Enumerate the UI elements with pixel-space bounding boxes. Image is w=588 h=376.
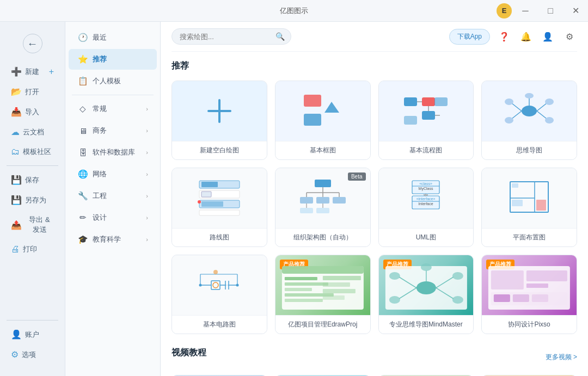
cloud-icon: ☁ xyxy=(11,127,20,137)
template-floor-plan[interactable]: 平面布置图 xyxy=(481,168,577,247)
svg-point-95 xyxy=(452,296,463,304)
nav-software[interactable]: 🗄 软件和数据库 › xyxy=(69,142,157,163)
back-icon[interactable]: ← xyxy=(23,34,42,53)
user-icon-btn[interactable]: 👤 xyxy=(540,29,555,44)
mindmaster-label: 专业思维导图MindMaster xyxy=(379,315,474,334)
new-blank-image xyxy=(172,81,267,141)
search-icon: 🔍 xyxy=(275,32,285,41)
edrawproj-bg-svg xyxy=(275,255,370,315)
nav-education[interactable]: 🎓 教育科学 › xyxy=(69,229,157,250)
general-arrow: › xyxy=(146,106,148,112)
sidebar-divider-2 xyxy=(7,320,58,320)
back-button[interactable]: ← xyxy=(4,29,60,58)
template-edrawproj[interactable]: 产品推荐 亿图项目管理EdrawPr xyxy=(275,255,371,334)
sidebar-item-open[interactable]: 📂 打开 xyxy=(4,82,60,101)
svg-text:MyClass: MyClass xyxy=(419,187,433,191)
sidebar-account-label: 账户 xyxy=(25,330,39,340)
template-mind-map[interactable]: 思维导图 xyxy=(481,81,577,160)
svg-text:«class»: «class» xyxy=(420,182,433,186)
download-app-button[interactable]: 下载App xyxy=(449,29,490,45)
template-uml[interactable]: «class» MyClass «interface» Interface UM… xyxy=(378,168,474,247)
sidebar-item-cloud[interactable]: ☁ 云文档 xyxy=(4,122,60,141)
mind-map-label: 思维导图 xyxy=(482,141,577,159)
sidebar-saveas-label: 另存为 xyxy=(25,195,46,205)
sidebar-item-account[interactable]: 👤 账户 xyxy=(4,325,60,344)
svg-rect-4 xyxy=(304,114,321,126)
svg-rect-12 xyxy=(404,116,417,125)
notification-icon-btn[interactable]: 🔔 xyxy=(518,29,534,44)
nav-design[interactable]: ✏ 设计 › xyxy=(69,207,157,228)
svg-point-17 xyxy=(505,117,513,124)
svg-rect-30 xyxy=(201,201,223,207)
sidebar-item-print[interactable]: 🖨 打印 xyxy=(4,240,60,258)
nav-network-label: 网络 xyxy=(93,169,107,179)
basic-frame-svg xyxy=(301,92,345,130)
content-topbar: 🔍 下载App ❓ 🔔 👤 ⚙ xyxy=(171,22,577,52)
close-button[interactable]: ✕ xyxy=(563,0,588,22)
help-icon-btn[interactable]: ❓ xyxy=(497,29,512,44)
user-avatar[interactable]: E xyxy=(497,3,512,19)
svg-rect-59 xyxy=(512,200,523,206)
svg-point-13 xyxy=(522,106,537,116)
sidebar-item-saveas[interactable]: 💾 另存为 xyxy=(4,190,60,209)
nav-recent-label: 最近 xyxy=(93,33,107,42)
sidebar-item-template[interactable]: 🗂 模板社区 xyxy=(4,143,60,161)
engineering-arrow: › xyxy=(146,193,148,199)
svg-line-16 xyxy=(511,111,522,119)
template-route[interactable]: 路线图 xyxy=(171,168,267,247)
basic-flow-image xyxy=(379,81,474,141)
new-plus-icon: + xyxy=(49,67,54,77)
sidebar-item-export[interactable]: 📤 导出 & 发送 xyxy=(4,211,60,239)
sidebar-save-label: 保存 xyxy=(25,175,39,185)
edrawproj-image: 产品推荐 xyxy=(275,255,370,315)
sidebar-item-settings[interactable]: ⚙ 选项 xyxy=(4,345,60,364)
template-org-chart[interactable]: Beta xyxy=(275,168,371,247)
maximize-button[interactable]: □ xyxy=(538,0,563,22)
account-icon: 👤 xyxy=(11,329,22,340)
svg-rect-103 xyxy=(494,294,510,302)
search-input[interactable] xyxy=(180,33,271,41)
template-basic-frame[interactable]: 基本框图 xyxy=(275,81,371,160)
gear-icon-btn[interactable]: ⚙ xyxy=(562,29,577,44)
template-pixso[interactable]: 产品推荐 协同设计Pixso xyxy=(481,255,577,334)
sidebar-item-new[interactable]: ➕ 新建 + xyxy=(4,62,60,81)
template-grid: 新建空白绘图 基本框图 xyxy=(171,81,577,334)
nav-network[interactable]: 🌐 网络 › xyxy=(69,164,157,184)
nav-personal[interactable]: 📋 个人模板 xyxy=(69,71,157,91)
basic-flow-svg xyxy=(401,92,450,130)
svg-rect-105 xyxy=(532,294,548,302)
svg-point-89 xyxy=(389,272,400,280)
template-circuit[interactable]: 基本电路图 xyxy=(171,255,267,334)
template-mindmaster[interactable]: 产品推荐 xyxy=(378,255,474,334)
svg-rect-5 xyxy=(404,97,417,106)
sidebar-import-label: 导入 xyxy=(25,107,39,117)
svg-rect-101 xyxy=(526,283,548,288)
nav-business[interactable]: 🖥 商务 › xyxy=(69,120,157,141)
svg-rect-58 xyxy=(512,183,518,188)
nav-recent[interactable]: 🕐 最近 xyxy=(69,27,157,48)
mid-nav: 🕐 最近 ⭐ 推荐 📋 个人模板 ◇ 常规 › 🖥 商务 › 🗄 软件和数据库 … xyxy=(65,22,161,376)
nav-engineering[interactable]: 🔧 工程 › xyxy=(69,186,157,206)
software-arrow: › xyxy=(146,149,148,156)
svg-point-15 xyxy=(505,98,513,105)
floor-plan-label: 平面布置图 xyxy=(482,228,577,246)
uml-image: «class» MyClass «interface» Interface xyxy=(379,168,474,228)
nav-recommended[interactable]: ⭐ 推荐 xyxy=(69,49,157,70)
sidebar-item-save[interactable]: 💾 保存 xyxy=(4,170,60,189)
sidebar-settings-label: 选项 xyxy=(22,350,36,360)
svg-rect-85 xyxy=(323,295,345,300)
sidebar-item-import[interactable]: 📥 导入 xyxy=(4,102,60,121)
minimize-button[interactable]: ─ xyxy=(513,0,538,22)
svg-point-23 xyxy=(525,93,534,98)
export-icon: 📤 xyxy=(11,220,22,230)
template-new-blank[interactable]: 新建空白绘图 xyxy=(171,81,267,160)
uml-label: UML图 xyxy=(379,228,474,246)
nav-general[interactable]: ◇ 常规 › xyxy=(69,98,157,119)
template-basic-flow[interactable]: 基本流程图 xyxy=(378,81,474,160)
nav-general-label: 常规 xyxy=(93,104,107,114)
svg-point-97 xyxy=(420,263,431,271)
route-svg xyxy=(195,176,244,220)
search-box[interactable]: 🔍 xyxy=(171,28,291,45)
more-videos-link[interactable]: 更多视频 > xyxy=(546,353,577,362)
svg-rect-82 xyxy=(323,276,361,280)
